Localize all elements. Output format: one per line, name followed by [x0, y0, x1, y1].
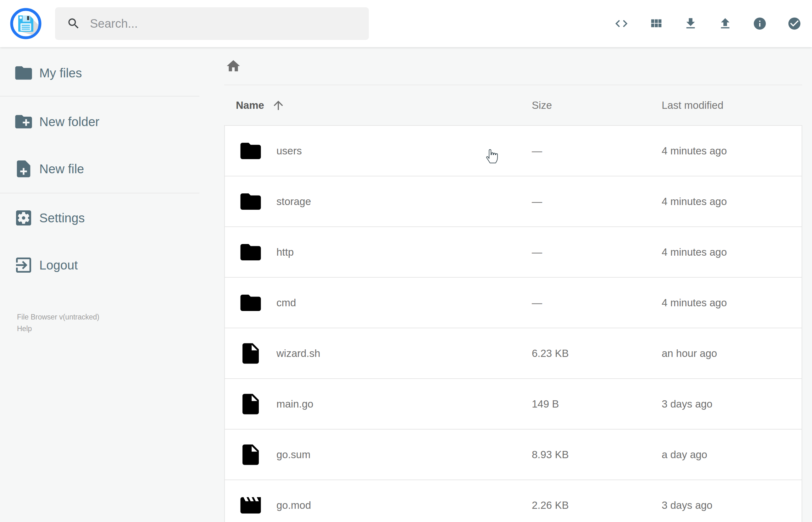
file-size: — — [532, 145, 662, 157]
file-name: main.go — [277, 398, 532, 410]
upload-button[interactable] — [718, 16, 733, 31]
file-row-http[interactable]: http — 4 minutes ago — [224, 226, 802, 278]
folder-icon — [238, 240, 263, 264]
folder-icon — [238, 139, 263, 163]
file-size: 149 B — [532, 398, 662, 410]
settings-icon — [14, 208, 34, 228]
file-name: go.sum — [277, 449, 532, 461]
help-link[interactable]: Help — [17, 323, 99, 335]
file-row-users[interactable]: users — 4 minutes ago — [224, 125, 802, 176]
sidebar-item-label: New folder — [39, 115, 99, 129]
file-modified: 4 minutes ago — [662, 246, 801, 258]
file-row-storage[interactable]: storage — 4 minutes ago — [224, 176, 802, 227]
file-size: 2.26 KB — [532, 499, 662, 511]
sidebar: My files New folder New file Settings Lo… — [0, 47, 199, 522]
column-header-name[interactable]: Name — [236, 98, 532, 112]
create-folder-icon — [14, 112, 34, 132]
create-file-icon — [14, 159, 34, 179]
version-text: File Browser v(untracked) — [17, 311, 99, 323]
sidebar-divider — [0, 96, 199, 97]
top-bar — [0, 0, 812, 47]
breadcrumb — [224, 47, 802, 85]
sidebar-item-my-files[interactable]: My files — [0, 57, 199, 89]
file-modified: 4 minutes ago — [662, 196, 801, 207]
download-icon — [683, 16, 698, 31]
file-modified: 4 minutes ago — [662, 145, 801, 157]
file-name: users — [277, 145, 532, 157]
switch-view-button[interactable] — [648, 16, 664, 31]
file-name: wizard.sh — [277, 347, 532, 359]
file-icon — [238, 442, 263, 467]
toolbar-actions — [614, 0, 802, 47]
file-name: storage — [277, 196, 532, 207]
file-size: — — [532, 196, 662, 207]
file-modified: 3 days ago — [662, 398, 801, 410]
sidebar-item-label: Logout — [39, 258, 78, 272]
column-header-modified[interactable]: Last modified — [662, 99, 802, 111]
grid-view-icon — [649, 16, 663, 31]
file-size: 6.23 KB — [532, 347, 662, 359]
main-content: Name Size Last modified users — 4 minute… — [199, 47, 802, 522]
file-modified: 4 minutes ago — [662, 297, 801, 309]
download-button[interactable] — [683, 16, 698, 31]
file-icon — [238, 392, 263, 416]
filebrowser-logo[interactable] — [10, 8, 41, 39]
file-list: users — 4 minutes ago storage — 4 minute… — [224, 125, 802, 522]
folder-icon — [238, 189, 263, 214]
search-bar — [55, 7, 369, 40]
file-modified: 3 days ago — [662, 499, 801, 511]
sidebar-item-new-file[interactable]: New file — [0, 153, 199, 185]
file-row-wizard.sh[interactable]: wizard.sh 6.23 KB an hour ago — [224, 328, 802, 379]
file-modified: an hour ago — [662, 347, 801, 359]
sidebar-divider — [0, 193, 199, 194]
file-size: — — [532, 297, 662, 309]
select-multiple-button[interactable] — [787, 16, 802, 31]
column-header-size[interactable]: Size — [532, 99, 662, 111]
file-row-go.sum[interactable]: go.sum 8.93 KB a day ago — [224, 429, 802, 480]
code-icon — [614, 16, 629, 31]
file-icon — [238, 341, 263, 366]
logout-icon — [14, 255, 34, 275]
file-size: 8.93 KB — [532, 449, 662, 461]
check-circle-icon — [787, 16, 801, 31]
file-modified: a day ago — [662, 449, 801, 461]
sidebar-item-label: My files — [39, 66, 82, 80]
sidebar-item-logout[interactable]: Logout — [0, 249, 199, 281]
movie-icon — [238, 493, 263, 518]
upload-icon — [718, 16, 732, 31]
breadcrumb-home-button[interactable] — [225, 58, 241, 74]
file-name: go.mod — [277, 499, 532, 511]
sort-ascending-icon — [271, 98, 285, 112]
file-row-go.mod[interactable]: go.mod 2.26 KB 3 days ago — [224, 480, 802, 522]
floppy-disk-logo-icon — [10, 8, 41, 39]
raw-code-button[interactable] — [614, 16, 629, 31]
info-icon — [753, 16, 767, 31]
file-name: http — [277, 246, 532, 258]
sidebar-footer: File Browser v(untracked) Help — [17, 311, 99, 335]
home-icon — [225, 58, 241, 74]
sidebar-item-new-folder[interactable]: New folder — [0, 105, 199, 138]
listing-header: Name Size Last modified — [224, 85, 802, 125]
file-name: cmd — [277, 297, 532, 309]
folder-icon — [238, 290, 263, 315]
info-button[interactable] — [752, 16, 767, 31]
sidebar-item-settings[interactable]: Settings — [0, 202, 199, 234]
sidebar-item-label: Settings — [39, 211, 85, 225]
search-icon — [67, 17, 81, 31]
file-size: — — [532, 246, 662, 258]
sidebar-item-label: New file — [39, 162, 84, 176]
search-input[interactable] — [90, 17, 369, 31]
file-row-main.go[interactable]: main.go 149 B 3 days ago — [224, 378, 802, 429]
folder-icon — [14, 63, 34, 83]
file-row-cmd[interactable]: cmd — 4 minutes ago — [224, 277, 802, 328]
